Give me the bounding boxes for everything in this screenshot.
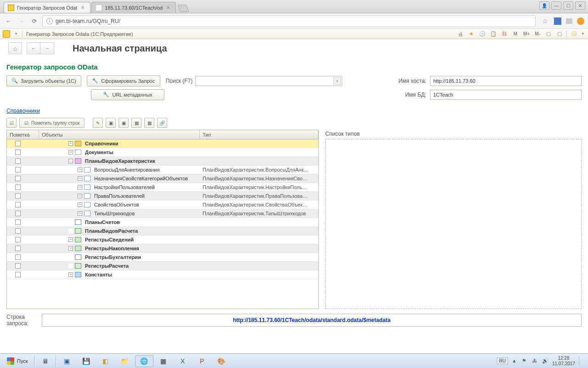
close-window-icon[interactable]: ✕ (575, 1, 585, 10)
language-indicator[interactable]: RU (497, 357, 508, 364)
checkbox[interactable] (15, 219, 21, 225)
tool-icon[interactable]: ▢ (544, 30, 553, 38)
table-row[interactable]: -ПланыВидовХарактеристик (7, 157, 318, 166)
task-powerpoint-icon[interactable]: P (193, 355, 211, 367)
expand-icon[interactable]: + (78, 211, 82, 216)
task-powershell-icon[interactable]: ▣ (58, 355, 76, 367)
form-query-button[interactable]: 🔧 Сформировать Запрос (87, 75, 160, 86)
checkbox[interactable] (15, 141, 21, 146)
task-paint-icon[interactable]: 🎨 (212, 355, 231, 367)
extension-icon[interactable] (566, 18, 572, 24)
load-objects-button[interactable]: 🔍 Загрузить объекты (1С) (6, 75, 81, 86)
expand-icon[interactable]: + (68, 237, 73, 242)
expand-icon[interactable]: + (68, 272, 73, 277)
new-tab-button[interactable] (177, 5, 189, 12)
tray-flag-icon[interactable]: ⚑ (522, 358, 528, 364)
table-row[interactable]: РегистрыБухгалтерии (7, 253, 318, 262)
help-dropdown[interactable]: ▼ (581, 32, 585, 36)
table-row[interactable]: +РегистрыНакопления (7, 244, 318, 253)
task-folder-icon[interactable]: 📁 (116, 355, 134, 367)
browser-tab-0[interactable]: Генератор Запросов Odat ✕ (4, 2, 90, 13)
app-menu-dropdown[interactable]: ▼ (14, 32, 18, 36)
checkbox[interactable] (15, 202, 21, 207)
toolbar-action-button[interactable]: ▣ (106, 118, 116, 128)
profile-icon[interactable] (577, 17, 584, 25)
task-excel-icon[interactable]: X (174, 355, 192, 367)
calendar-icon[interactable]: 31 (500, 30, 509, 38)
table-row[interactable]: +НазначенияСвойствКатегорийОбъектовПланВ… (7, 174, 318, 183)
table-row[interactable]: +Справочники (7, 139, 318, 148)
types-list[interactable] (325, 139, 582, 309)
bookmark-star-icon[interactable]: ☆ (542, 17, 549, 25)
table-row[interactable]: +Документы (7, 148, 318, 157)
table-row[interactable]: РегистрыРасчета (7, 262, 318, 270)
checkbox[interactable] (15, 158, 21, 164)
checkbox[interactable] (15, 237, 21, 242)
close-tab-icon[interactable]: ✕ (80, 5, 85, 11)
expand-icon[interactable]: + (68, 141, 73, 146)
maximize-icon[interactable]: ☐ (563, 1, 573, 10)
clock[interactable]: 12:28 11.07.2017 (552, 356, 575, 367)
db-input[interactable]: 1CTeach (430, 90, 582, 100)
close-tab-icon[interactable]: ✕ (165, 5, 171, 11)
table-row[interactable]: +СвойстваОбъектовПланВидовХарактеристик.… (7, 201, 318, 209)
home-button[interactable]: ⌂ (8, 42, 22, 54)
expand-icon[interactable]: + (68, 246, 73, 251)
checkbox[interactable] (15, 263, 21, 269)
toolbar-action-button[interactable]: ▦ (144, 118, 154, 128)
checkbox[interactable] (15, 184, 21, 190)
search-input[interactable]: × (195, 76, 342, 86)
col-mark-header[interactable]: Пометка (7, 130, 39, 139)
task-save-icon[interactable]: 💾 (77, 355, 96, 367)
task-explorer-icon[interactable]: 🖥 (36, 355, 55, 367)
toolbar-action-button[interactable]: ▣ (119, 118, 129, 128)
about-icon[interactable]: ⓘ (570, 30, 578, 38)
toolbar-action-button[interactable]: 🔗 (157, 118, 167, 128)
tray-volume-icon[interactable]: 🔊 (542, 358, 548, 364)
browser-tab-1[interactable]: 185.11.73.60/1CTeach/od ✕ (91, 2, 176, 13)
m-button[interactable]: M (511, 30, 520, 38)
checkbox[interactable] (15, 246, 21, 251)
extension-icon[interactable] (554, 17, 561, 25)
tray-arrow-icon[interactable]: ▲ (512, 358, 518, 364)
expand-icon[interactable]: + (78, 202, 82, 207)
table-row[interactable]: +Константы (7, 270, 318, 279)
site-info-icon[interactable]: i (46, 18, 53, 24)
nav-forward-button[interactable]: → (40, 42, 54, 54)
checkbox[interactable] (15, 211, 21, 216)
host-input[interactable]: http://185.11.73.60 (430, 76, 582, 86)
task-1c-icon[interactable]: ◧ (96, 355, 115, 367)
checkbox[interactable] (15, 228, 21, 234)
checkbox[interactable] (15, 272, 21, 277)
table-row[interactable]: +НастройкиПользователейПланВидовХарактер… (7, 183, 318, 192)
expand-icon[interactable]: + (68, 150, 73, 155)
calculator-icon[interactable]: 📋 (489, 30, 498, 38)
favorite-icon[interactable]: ★ (467, 30, 475, 38)
checkbox[interactable] (15, 176, 21, 181)
url-metadata-button[interactable]: 🔧 URL метаданных (91, 89, 164, 100)
history-icon[interactable]: 🕓 (478, 30, 486, 38)
m-plus-button[interactable]: M+ (522, 30, 531, 38)
mark-group-button[interactable]: ☑ Пометить группу строк (19, 118, 85, 128)
start-button[interactable]: Пуск (2, 355, 33, 367)
table-row[interactable]: +ПраваПользователейПланВидовХарактеристи… (7, 192, 318, 201)
show-desktop-button[interactable] (579, 356, 583, 367)
result-link[interactable]: http://185.11.73.60/1CTeach/odata/standa… (233, 317, 390, 323)
grid-body[interactable]: +Справочники+Документы-ПланыВидовХаракте… (7, 139, 318, 309)
tray-network-icon[interactable]: 🖧 (532, 358, 538, 364)
check-all-button[interactable]: ☑ (6, 118, 17, 128)
clear-search-icon[interactable]: × (334, 77, 341, 85)
reload-button[interactable]: ⟳ (29, 16, 40, 26)
table-row[interactable]: +РегистрыСведений (7, 236, 318, 244)
m-minus-button[interactable]: M- (533, 30, 542, 38)
checkbox[interactable] (15, 150, 21, 155)
address-bar[interactable]: i gen.bi-team.ru/GQ/ru_RU/ (42, 15, 536, 27)
checkbox[interactable] (15, 167, 21, 172)
catalogs-link[interactable]: Справочники (6, 108, 40, 114)
expand-icon[interactable]: + (78, 176, 82, 181)
nav-back-button[interactable]: ← (27, 42, 40, 54)
expand-icon[interactable]: + (78, 167, 82, 172)
tool-icon[interactable]: ▢ (555, 30, 564, 38)
table-row[interactable]: +ВопросыДляАнкетированияПланВидовХаракте… (7, 166, 318, 174)
expand-icon[interactable]: + (78, 194, 82, 198)
